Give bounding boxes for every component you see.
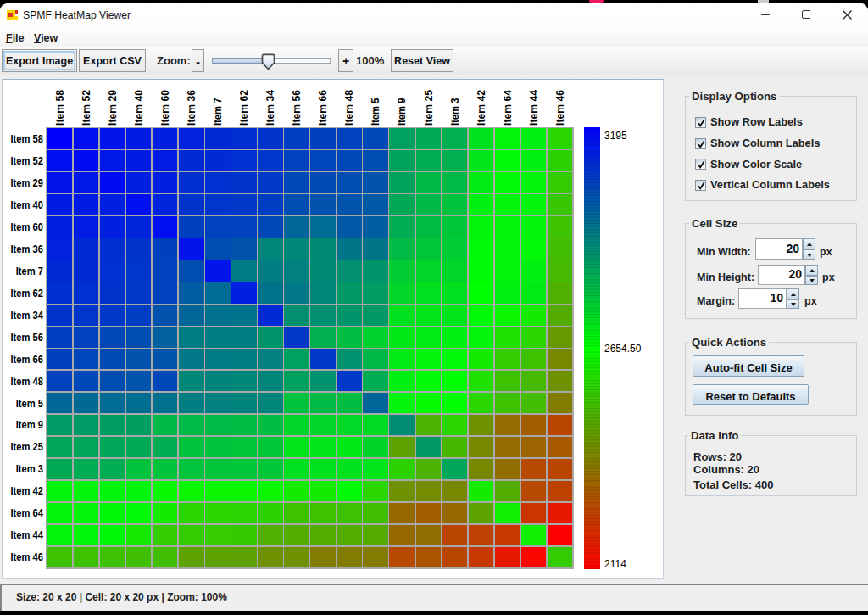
- svg-text:Item 52: Item 52: [81, 90, 92, 126]
- svg-text:Item 25: Item 25: [11, 441, 44, 453]
- svg-text:Item 66: Item 66: [11, 354, 44, 366]
- svg-text:Item 9: Item 9: [16, 419, 43, 431]
- svg-text:Item 58: Item 58: [54, 90, 66, 126]
- svg-text:Item 58: Item 58: [11, 133, 44, 145]
- svg-text:2654.50: 2654.50: [604, 343, 642, 355]
- svg-text:Item 25: Item 25: [423, 90, 435, 126]
- svg-text:Item 46: Item 46: [554, 90, 566, 126]
- svg-text:2114: 2114: [604, 558, 626, 570]
- svg-text:Item 36: Item 36: [11, 243, 44, 255]
- svg-text:Item 29: Item 29: [11, 177, 44, 189]
- svg-text:Item 42: Item 42: [11, 485, 44, 497]
- svg-text:Item 3: Item 3: [16, 463, 43, 475]
- svg-text:Item 60: Item 60: [159, 90, 171, 126]
- svg-text:Item 40: Item 40: [133, 90, 145, 126]
- svg-text:Item 52: Item 52: [11, 155, 44, 167]
- svg-text:Item 7: Item 7: [16, 266, 43, 277]
- svg-text:Item 5: Item 5: [370, 98, 381, 126]
- svg-text:Item 42: Item 42: [476, 90, 487, 126]
- svg-text:Item 56: Item 56: [11, 332, 44, 344]
- svg-text:Item 64: Item 64: [502, 90, 514, 126]
- svg-text:Item 34: Item 34: [11, 310, 44, 321]
- svg-text:Item 46: Item 46: [11, 551, 44, 563]
- svg-text:Item 66: Item 66: [317, 90, 329, 126]
- svg-text:Item 36: Item 36: [186, 90, 198, 126]
- svg-text:Item 40: Item 40: [11, 199, 44, 211]
- svg-text:Item 48: Item 48: [343, 90, 355, 126]
- svg-text:Item 34: Item 34: [264, 90, 276, 126]
- svg-text:Item 44: Item 44: [528, 90, 540, 126]
- svg-text:Item 7: Item 7: [212, 98, 224, 126]
- svg-text:3195: 3195: [604, 130, 627, 142]
- svg-text:Item 5: Item 5: [16, 398, 43, 410]
- svg-text:Item 60: Item 60: [11, 221, 44, 233]
- svg-text:Item 64: Item 64: [11, 507, 44, 519]
- svg-text:Item 48: Item 48: [11, 376, 44, 388]
- svg-text:Item 62: Item 62: [11, 288, 44, 299]
- svg-text:Item 3: Item 3: [449, 98, 461, 126]
- svg-text:Item 56: Item 56: [291, 90, 303, 126]
- svg-text:Item 9: Item 9: [396, 98, 408, 126]
- svg-text:Item 62: Item 62: [238, 90, 250, 126]
- svg-text:Item 29: Item 29: [107, 90, 119, 126]
- svg-text:Item 44: Item 44: [11, 529, 44, 541]
